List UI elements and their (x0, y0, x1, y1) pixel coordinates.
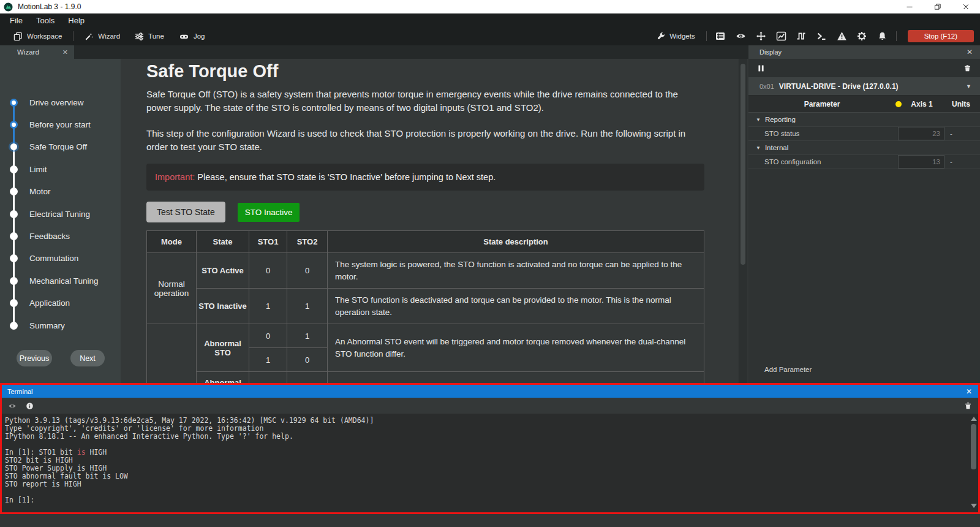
step-todo-dot (10, 210, 18, 218)
pause-button[interactable] (757, 64, 765, 72)
section-internal[interactable]: ▼Internal (748, 141, 980, 155)
terminal-titlebar[interactable]: Terminal ✕ (2, 385, 978, 398)
chevron-down-icon: ▼ (966, 83, 971, 89)
next-button[interactable]: Next (70, 350, 105, 366)
terminal-info-button[interactable] (26, 402, 34, 410)
drive-selector[interactable]: 0x01 VIRTUAL-DRIVE - Drive (127.0.0.1) ▼ (748, 77, 980, 96)
mode-cell (147, 324, 197, 384)
caret-down-icon: ▼ (756, 117, 761, 123)
display-close-button[interactable]: ✕ (967, 48, 973, 56)
col-axis: Axis 1 (902, 100, 942, 108)
toolbar-icon-group (710, 28, 892, 44)
terminal-title: Terminal (7, 388, 33, 395)
grid-icon (715, 31, 725, 41)
grid-button[interactable] (710, 28, 731, 44)
tab-wizard[interactable]: Wizard ✕ (0, 45, 74, 59)
info-icon (26, 402, 34, 410)
step-label: Motor (29, 187, 51, 196)
step-todo-dot (10, 254, 18, 262)
scroll-down-arrow[interactable] (971, 504, 977, 508)
minimize-button[interactable] (895, 0, 924, 13)
gear-button[interactable] (852, 28, 872, 44)
terminal-trash-button[interactable] (964, 401, 972, 410)
sidebar-item-limit[interactable]: Limit (0, 158, 121, 180)
eye-button[interactable] (731, 28, 751, 44)
sidebar-item-safe-torque-off[interactable]: Safe Torque Off (0, 136, 121, 158)
table-row: STO Inactive 1 1 The STO function is dea… (147, 289, 704, 324)
sidebar-item-mechanical-tuning[interactable]: Mechanical Tuning (0, 270, 121, 292)
widgets-label: Widgets (669, 32, 695, 40)
state-cell: Abnormal (197, 372, 249, 384)
toolbar-tune-button[interactable]: Tune (127, 29, 172, 44)
wave-button[interactable] (791, 28, 812, 44)
sto-state-table: Mode State STO1 STO2 State description N… (146, 230, 704, 383)
restore-button[interactable] (924, 0, 952, 13)
toolbar-separator (896, 31, 897, 41)
menu-help[interactable]: Help (61, 13, 91, 27)
sto-status-badge: STO Inactive (238, 203, 300, 222)
toolbar-wizard-button[interactable]: Wizard (77, 29, 127, 44)
sidebar-item-application[interactable]: Application (0, 292, 121, 314)
warning-button[interactable] (832, 28, 852, 44)
terminal-button[interactable] (812, 28, 832, 44)
parameter-row-sto-status[interactable]: STO status23- (748, 127, 980, 141)
motionlab-window: MotionLab 3 - 1.9.0 FileToolsHelp Worksp… (0, 0, 980, 527)
sidebar-item-before-your-start[interactable]: Before your start (0, 113, 121, 135)
sto2-cell: 1 (287, 289, 328, 324)
trash-icon (964, 401, 972, 410)
step-todo-dot (10, 165, 18, 173)
sidebar-item-electrical-tuning[interactable]: Electrical Tuning (0, 203, 121, 225)
description-cell: An Abnormal STO event will be triggered … (328, 324, 704, 372)
sidebar-item-drive-overview[interactable]: Drive overview (0, 91, 121, 113)
widgets-button[interactable]: Widgets (649, 29, 703, 43)
section-reporting[interactable]: ▼Reporting (748, 113, 980, 127)
warning-icon (837, 31, 847, 41)
sidebar-item-summary[interactable]: Summary (0, 314, 121, 336)
restore-icon (934, 3, 941, 10)
terminal-output[interactable]: Python 3.9.13 (tags/v3.9.13:6de2ca5, May… (2, 414, 978, 512)
toolbar-separator (706, 31, 707, 41)
terminal-scrollbar[interactable] (970, 414, 978, 510)
step-label: Electrical Tuning (29, 210, 90, 219)
scroll-up-arrow[interactable] (971, 417, 977, 421)
add-parameter-button[interactable]: Add Parameter (764, 366, 812, 373)
terminal-line: IPython 8.18.1 -- An enhanced Interactiv… (5, 433, 966, 441)
step-label: Commutation (29, 254, 78, 263)
col-header-state: State (197, 231, 249, 253)
chart-button[interactable] (771, 28, 791, 44)
sidebar-item-motor[interactable]: Motor (0, 181, 121, 203)
terminal-line (5, 488, 966, 496)
sidebar-item-feedbacks[interactable]: Feedbacks (0, 225, 121, 247)
stop-button[interactable]: Stop (F12) (908, 30, 974, 42)
step-todo-dot (10, 232, 18, 240)
step-label: Drive overview (29, 98, 84, 107)
test-sto-state-button[interactable]: Test STO State (146, 202, 225, 222)
terminal-eye-button[interactable] (8, 402, 17, 410)
step-todo-dot (10, 322, 18, 330)
terminal-scrollbar-thumb[interactable] (971, 424, 976, 469)
display-trash-button[interactable] (963, 64, 971, 72)
main-scrollbar[interactable] (739, 59, 747, 383)
sidebar-item-commutation[interactable]: Commutation (0, 248, 121, 270)
previous-button[interactable]: Previous (17, 350, 52, 366)
close-button[interactable] (952, 0, 980, 13)
step-todo-dot (10, 277, 18, 285)
terminal-close-button[interactable]: ✕ (966, 387, 972, 396)
toolbar-workspace-button[interactable]: Workspace (6, 29, 69, 44)
window-titlebar: MotionLab 3 - 1.9.0 (0, 0, 980, 13)
toolbar-jog-button[interactable]: Jog (172, 29, 213, 44)
move-button[interactable] (751, 28, 771, 44)
bell-button[interactable] (872, 28, 892, 44)
display-panel: Display ✕ 0x01 VIRTUAL-DRIVE - Drive (12… (748, 45, 980, 383)
table-row: Abnormal (147, 372, 704, 384)
menu-tools[interactable]: Tools (29, 13, 61, 27)
step-done-dot (10, 121, 18, 129)
toolbar-separator (73, 31, 74, 41)
tab-close-button[interactable]: ✕ (62, 48, 68, 56)
parameter-row-sto-configuration[interactable]: STO configuration13- (748, 155, 980, 169)
toolbar-tune-label: Tune (148, 32, 164, 40)
main-scrollbar-thumb[interactable] (741, 64, 745, 265)
drive-name: VIRTUAL-DRIVE - Drive (127.0.0.1) (779, 82, 899, 91)
menu-file[interactable]: File (3, 13, 29, 27)
terminal-line: In [1]: (5, 496, 966, 504)
